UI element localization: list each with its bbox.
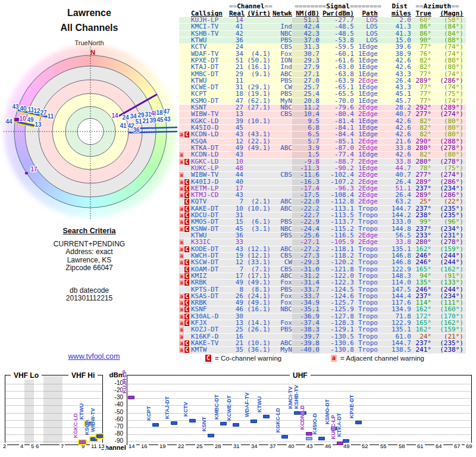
marker-slot xyxy=(184,233,189,239)
cell-pwr: -130.8 xyxy=(320,347,354,353)
signal-mark-label: KGKC-LD xyxy=(73,413,79,438)
signal-mark-label: K45IO-D xyxy=(312,414,318,435)
cell-virt: (10.1) xyxy=(243,206,271,212)
cell-virt xyxy=(243,186,271,192)
cell-path: 1Edge xyxy=(354,64,384,70)
table-row: aCKMTW35(36.1)MyN-40.0-130.8Tropo138.524… xyxy=(179,347,466,353)
db-datecode-value: 201301112215 xyxy=(24,295,155,303)
gridline xyxy=(128,391,471,392)
signal-mark xyxy=(281,435,288,439)
radar-channel-label: 17 xyxy=(30,166,37,173)
adjacent-warning-icon: a xyxy=(179,172,184,178)
tvfool-link[interactable]: www.tvfool.com xyxy=(46,352,142,361)
cell-virt: (10.1) xyxy=(243,118,271,124)
cell-virt: (49.1) xyxy=(243,145,271,151)
warning-markers xyxy=(179,44,190,50)
radar-channel-label: 44 xyxy=(5,118,12,125)
radar-channel-label: 11 xyxy=(48,113,54,120)
warning-markers: aC xyxy=(179,186,190,192)
co-channel-warning-icon: C xyxy=(184,199,189,205)
adjacent-warning-icon: a xyxy=(179,186,184,192)
warning-markers: aC xyxy=(179,273,190,279)
co-channel-warning-icon: C xyxy=(184,306,189,312)
cell-netwk xyxy=(271,179,292,185)
marker-slot xyxy=(184,98,189,104)
adjacent-warning-icon: a xyxy=(179,280,184,286)
channel-tick-label: 43 xyxy=(305,443,314,449)
signal-mark-label: KTKA-DT xyxy=(336,413,342,437)
dbm-tick-label: -70 xyxy=(105,423,123,430)
marker-slot xyxy=(179,111,184,117)
adjacent-warning-icon: a xyxy=(179,226,184,232)
signal-mark xyxy=(171,421,177,425)
co-channel-warning-icon: C xyxy=(184,186,189,192)
signal-mark xyxy=(343,439,349,443)
marker-slot xyxy=(179,31,184,37)
marker-slot xyxy=(184,58,189,64)
adjacent-warning-icon: a xyxy=(179,239,184,245)
marker-slot xyxy=(184,152,189,158)
cell-miles: 42.6 xyxy=(384,64,411,70)
radar-channel-label: 24 xyxy=(122,114,129,121)
adjacent-warning-icon: a xyxy=(179,347,184,353)
signal-mark-label: KCPT xyxy=(146,406,152,421)
adjacent-warning-icon: a xyxy=(179,212,184,218)
co-channel-warning-icon: C xyxy=(184,273,189,279)
cell-netwk: NBC xyxy=(271,306,292,312)
marker-slot xyxy=(184,145,189,151)
marker-slot xyxy=(184,78,189,84)
dbm-tick-label: -90 xyxy=(105,437,123,444)
marker-slot xyxy=(184,105,189,111)
channel-tick-label: 28 xyxy=(214,443,223,449)
warning-markers: C xyxy=(179,267,190,273)
marker-slot xyxy=(179,165,184,171)
marker-slot xyxy=(184,91,189,97)
warning-markers: aC xyxy=(179,219,190,225)
co-channel-warning-icon: C xyxy=(184,219,189,225)
uhf-title: UHF xyxy=(290,371,311,380)
co-channel-warning-icon: C xyxy=(184,280,189,286)
report-subtitle: All Channels xyxy=(0,23,178,33)
search-criteria-heading: Search Criteria xyxy=(24,227,155,236)
co-channel-warning-icon: C xyxy=(184,192,189,198)
marker-slot xyxy=(184,44,189,50)
signal-mark xyxy=(189,419,196,422)
adjacent-warning-icon: a xyxy=(179,132,184,137)
cell-virt: (16.1) xyxy=(243,306,271,312)
channel-tick-label: 58 xyxy=(397,443,406,449)
report-title: Lawrence xyxy=(0,8,178,18)
warning-markers: aC xyxy=(179,320,190,326)
co-channel-legend-text: = Co-channel warning xyxy=(215,355,281,362)
marker-slot xyxy=(184,51,189,57)
radar-channel-label: 43 xyxy=(164,116,171,123)
signal-mark xyxy=(208,434,214,437)
warning-markers xyxy=(179,91,190,97)
warning-markers: aC xyxy=(179,226,190,232)
marker-slot xyxy=(184,71,189,77)
signal-mark-label: KSNT xyxy=(201,417,207,431)
radar-channel-label: 10 xyxy=(19,115,26,122)
adjacent-warning-icon: a xyxy=(179,179,184,185)
cell-netwk xyxy=(271,186,292,192)
warning-markers: aC xyxy=(179,246,190,252)
marker-slot xyxy=(184,125,189,131)
co-channel-warning-icon: C xyxy=(205,355,211,362)
radar-channel-label: 49 xyxy=(27,117,34,123)
marker-slot xyxy=(184,31,189,37)
criteria-line: Lawrence, KS xyxy=(24,256,155,265)
radar-channel-label: 47 xyxy=(163,108,170,115)
marker-slot xyxy=(184,84,189,90)
signal-mark-label: KCWE-DT xyxy=(226,395,232,421)
cell-netwk: CBS xyxy=(271,111,292,117)
vhf-hi-title: VHF Hi xyxy=(68,371,98,380)
cell-netwk: ABC xyxy=(271,145,292,151)
criteria-line: Address: exact xyxy=(24,248,155,256)
cell-virt: (27.1) xyxy=(243,105,271,111)
dbm-tick-label: -50 xyxy=(105,409,123,415)
cell-magn: (238°) xyxy=(431,347,464,353)
criteria-line: CURRENT+PENDING xyxy=(24,240,155,249)
signal-mark-label: WIBW-TV xyxy=(90,408,96,431)
cell-netwk: Ind xyxy=(271,64,292,70)
cell-virt xyxy=(243,233,271,239)
cell-netwk xyxy=(271,152,292,158)
